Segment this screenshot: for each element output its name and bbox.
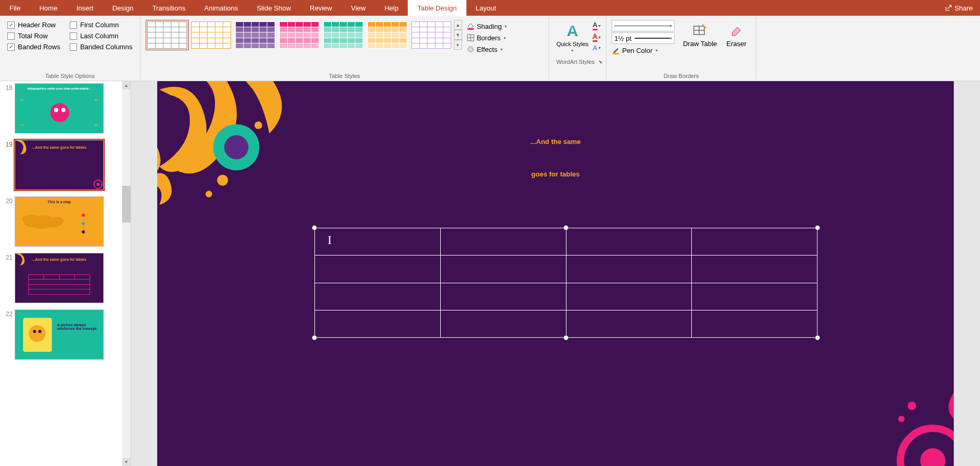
borders-button[interactable]: Borders▾: [464, 32, 509, 43]
group-table-style-options: ✓Header Row First Column Total Row Last …: [0, 16, 140, 81]
group-label: WordArt Styles: [552, 57, 599, 66]
text-outline-button[interactable]: A▾: [593, 32, 601, 42]
chk-last-column[interactable]: Last Column: [70, 32, 133, 40]
pen-color-button[interactable]: Pen Color▾: [612, 45, 674, 56]
tab-help[interactable]: Help: [375, 0, 408, 16]
chk-banded-columns[interactable]: Banded Columns: [70, 43, 133, 51]
selection-handle[interactable]: [563, 335, 569, 340]
thumbnail-slide[interactable]: 20This is a map: [2, 196, 120, 247]
selection-handle[interactable]: [815, 225, 820, 230]
quick-styles-button[interactable]: A Quick Styles▾: [554, 21, 591, 54]
draw-table-button[interactable]: Draw Table: [679, 20, 721, 56]
eraser-button[interactable]: Eraser: [722, 20, 750, 56]
wordart-dialog-launcher[interactable]: ⬊: [598, 59, 603, 64]
table-style-preview[interactable]: [234, 20, 277, 50]
borders-icon: [466, 34, 475, 42]
thumbnail-number: 22: [2, 309, 13, 318]
svg-point-30: [898, 416, 905, 422]
chk-total-row[interactable]: Total Row: [7, 32, 60, 40]
tab-view[interactable]: View: [342, 0, 375, 16]
tab-table-design[interactable]: Table Design: [408, 0, 466, 16]
shading-button[interactable]: Shading▾: [464, 21, 509, 31]
pen-weight-combo[interactable]: 1½ pt▾: [612, 32, 674, 44]
chk-first-column[interactable]: First Column: [70, 21, 133, 29]
table-style-preview[interactable]: [322, 20, 365, 50]
thumbnail-number: 21: [2, 253, 13, 261]
tab-review[interactable]: Review: [300, 0, 342, 16]
tab-file[interactable]: File: [0, 0, 30, 16]
thumbnail-number: 18: [2, 83, 13, 92]
group-label: Table Style Options: [3, 71, 137, 81]
thumbnail-preview: This is a map: [15, 196, 104, 247]
scroll-up-icon[interactable]: ▲: [122, 81, 130, 90]
share-button[interactable]: Share: [937, 4, 980, 12]
eraser-icon: [728, 22, 745, 39]
selection-handle[interactable]: [815, 335, 820, 340]
thumbnail-slide[interactable]: 19...And the same goes for tables: [2, 140, 120, 190]
text-fill-button[interactable]: A▾: [593, 21, 601, 30]
paint-bucket-icon: [466, 22, 475, 30]
tab-insert[interactable]: Insert: [67, 0, 103, 16]
group-label: Table Styles: [144, 71, 546, 81]
group-draw-borders: ▾ 1½ pt▾ Pen Color▾ Draw Table Eraser Dr…: [606, 16, 756, 81]
scroll-handle[interactable]: [122, 186, 130, 223]
group-wordart-styles: A Quick Styles▾ A▾ A▾ A▾ WordArt Styles …: [549, 16, 607, 81]
thumbnail-number: 19: [2, 140, 13, 148]
ribbon: ✓Header Row First Column Total Row Last …: [0, 16, 980, 81]
chk-header-row[interactable]: ✓Header Row: [7, 21, 60, 29]
effects-button[interactable]: Effects▾: [464, 44, 509, 54]
table-style-preview[interactable]: [190, 20, 233, 50]
gallery-scroll-down[interactable]: ▼: [454, 30, 462, 40]
effects-icon: [466, 45, 475, 53]
slide-canvas[interactable]: ...And the same goes for tables I: [131, 81, 980, 466]
thumbnails-scrollbar[interactable]: ▲ ▼: [122, 81, 130, 466]
selection-handle[interactable]: [312, 335, 317, 340]
tab-animations[interactable]: Animations: [195, 0, 247, 16]
draw-table-icon: [692, 22, 709, 39]
svg-point-5: [50, 103, 69, 122]
text-effects-button[interactable]: A▾: [593, 44, 601, 52]
thumbnail-preview: ...And the same goes for tables: [15, 140, 104, 190]
svg-rect-0: [467, 28, 474, 30]
gallery-more[interactable]: ▾: [454, 40, 462, 50]
tab-home[interactable]: Home: [30, 0, 67, 16]
slide-title[interactable]: ...And the same goes for tables: [157, 118, 954, 182]
table-style-preview[interactable]: [278, 20, 321, 50]
decoration-bottom-right: [818, 377, 954, 466]
scroll-down-icon[interactable]: ▼: [122, 458, 130, 466]
svg-point-18: [205, 191, 212, 197]
pen-style-combo[interactable]: ▾: [612, 20, 674, 31]
tab-layout[interactable]: Layout: [466, 0, 506, 16]
slide[interactable]: ...And the same goes for tables I: [157, 81, 954, 466]
svg-point-7: [61, 108, 66, 112]
table-styles-gallery[interactable]: [146, 20, 453, 50]
selection-handle[interactable]: [563, 225, 569, 230]
thumbnail-number: 20: [2, 196, 13, 205]
tab-slideshow[interactable]: Slide Show: [247, 0, 300, 16]
quick-styles-icon: A: [567, 22, 578, 40]
gallery-scroll-up[interactable]: ▲: [454, 20, 462, 30]
svg-point-28: [920, 448, 945, 466]
pen-color-icon: [612, 46, 620, 54]
selection-handle[interactable]: [312, 225, 317, 230]
tab-transitions[interactable]: Transitions: [143, 0, 195, 16]
thumbnail-preview: Infographics make your idea understable.…: [15, 83, 104, 134]
menu-bar: File Home Insert Design Transitions Anim…: [0, 0, 980, 16]
svg-point-13: [38, 330, 41, 333]
text-cursor-icon: I: [328, 233, 332, 247]
thumbnail-slide[interactable]: 18Infographics make your idea understabl…: [2, 83, 120, 134]
table-style-preview[interactable]: [410, 20, 453, 50]
svg-point-11: [29, 325, 46, 342]
thumbnail-preview: A picture always reinforces the concept: [15, 309, 104, 360]
chk-banded-rows[interactable]: ✓Banded Rows: [7, 43, 60, 51]
text-fill-icon: A: [593, 21, 597, 30]
text-outline-icon: A: [593, 32, 597, 42]
thumbnail-slide[interactable]: 22 A picture always reinforces the conce…: [2, 309, 120, 360]
share-label: Share: [954, 4, 973, 12]
thumbnail-slide[interactable]: 21...And the same goes for tables: [2, 253, 120, 303]
table-style-preview[interactable]: [366, 20, 409, 50]
tab-design[interactable]: Design: [103, 0, 143, 16]
table-style-preview[interactable]: [146, 20, 189, 50]
share-icon: [944, 4, 952, 12]
slide-table[interactable]: [314, 228, 818, 338]
